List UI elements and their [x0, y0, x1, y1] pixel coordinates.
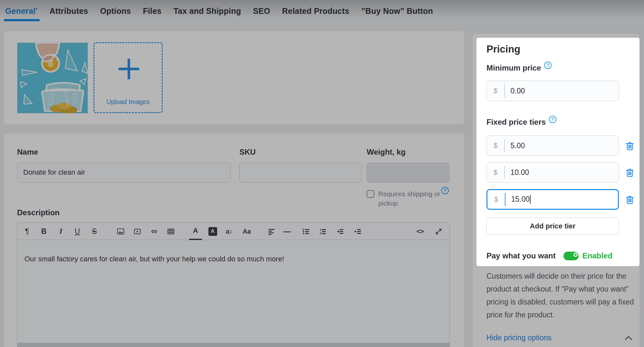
- product-images-card: 5 Upload Images: [4, 31, 464, 124]
- horizontal-rule-button[interactable]: —: [281, 223, 293, 240]
- strikethrough-button[interactable]: S: [88, 223, 101, 240]
- typeface-button[interactable]: Aa: [240, 223, 253, 240]
- sku-input[interactable]: [239, 163, 362, 183]
- description-label: Description: [17, 208, 60, 217]
- fixed-tiers-row: Fixed price tiers ?: [486, 118, 556, 127]
- delete-tier-1-button[interactable]: [625, 141, 635, 151]
- toggle-knob-icon: [573, 253, 578, 257]
- tab-buy-now-button[interactable]: ”Buy Now” Button: [361, 6, 433, 16]
- tier-2-value: 10.00: [505, 168, 529, 177]
- insert-table-button[interactable]: [164, 223, 177, 240]
- fixed-tiers-help-icon[interactable]: ?: [549, 116, 556, 123]
- align-button[interactable]: [265, 223, 278, 240]
- tab-attributes[interactable]: Attributes: [50, 6, 88, 16]
- insert-image-button[interactable]: [114, 223, 127, 240]
- tab-related-products[interactable]: Related Products: [282, 6, 350, 16]
- price-tier-input-3[interactable]: $ 15.00: [486, 189, 619, 210]
- currency-symbol: $: [487, 87, 504, 95]
- price-tier-input-2[interactable]: $ 10.00: [486, 162, 619, 183]
- currency-symbol: $: [487, 195, 505, 204]
- fullscreen-button[interactable]: [432, 223, 445, 240]
- font-size-glyph: a: [226, 228, 229, 235]
- editor-bottom-bar: [17, 343, 449, 347]
- donation-jar-image: 5: [17, 43, 88, 113]
- fixed-tiers-label: Fixed price tiers: [486, 118, 546, 127]
- name-input[interactable]: Donate for clean air: [17, 163, 231, 183]
- updown-arrow-glyph: ↕: [229, 228, 232, 235]
- tier-3-value: 15.00: [505, 195, 531, 204]
- paragraph-style-button[interactable]: ¶: [21, 223, 34, 240]
- text-cursor: [530, 195, 531, 204]
- add-price-tier-button[interactable]: Add price tier: [486, 217, 619, 235]
- weight-label: Weight, kg: [367, 148, 406, 157]
- insert-video-button[interactable]: [131, 223, 144, 240]
- plus-icon: [119, 59, 139, 79]
- pay-what-you-want-description: Customers will decide on their price for…: [486, 270, 637, 321]
- tab-seo[interactable]: SEO: [253, 6, 270, 16]
- svg-text:1: 1: [320, 228, 321, 231]
- product-details-card: Name SKU Weight, kg Donate for clean air…: [4, 133, 464, 347]
- unsaved-marker: *: [36, 6, 38, 12]
- pricing-panel: Pricing Minimum price ? $ 0.00 Fixed pri…: [473, 34, 639, 347]
- tab-files[interactable]: Files: [143, 6, 161, 16]
- highlight-glyph: A: [208, 227, 217, 236]
- highlight-color-button[interactable]: A: [206, 223, 219, 240]
- weight-input[interactable]: [367, 163, 449, 183]
- minimum-price-help-icon[interactable]: ?: [544, 62, 552, 69]
- bold-button[interactable]: B: [37, 223, 50, 240]
- toggle-status: Enabled: [582, 251, 612, 260]
- source-code-button[interactable]: <>: [414, 223, 427, 240]
- delete-tier-3-button[interactable]: [625, 195, 635, 205]
- minimum-price-row: Minimum price ?: [486, 63, 552, 72]
- name-label: Name: [17, 148, 38, 157]
- tier-3-text: 15.00: [511, 195, 530, 203]
- minimum-price-label: Minimum price: [486, 63, 541, 72]
- text-color-button[interactable]: A: [189, 223, 202, 240]
- currency-symbol: $: [487, 168, 504, 177]
- pay-what-you-want-toggle[interactable]: [563, 252, 579, 260]
- upload-images-dropzone[interactable]: Upload Images: [93, 42, 163, 113]
- hide-pricing-options-link[interactable]: Hide pricing options: [486, 333, 552, 342]
- product-tabs-nav: General* Attributes Options Files Tax an…: [5, 6, 433, 16]
- delete-tier-2-button[interactable]: [625, 168, 635, 178]
- sku-label: SKU: [239, 148, 256, 157]
- pay-what-you-want-row: Pay what you want Enabled: [486, 251, 612, 260]
- price-tier-input-1[interactable]: $ 5.00: [486, 135, 619, 156]
- shipping-help-icon[interactable]: ?: [441, 187, 449, 194]
- font-size-button[interactable]: a↕: [223, 223, 235, 240]
- tier-1-value: 5.00: [505, 141, 525, 150]
- pricing-title: Pricing: [486, 43, 520, 55]
- product-editor-screen: General* Attributes Options Files Tax an…: [0, 0, 644, 347]
- insert-link-button[interactable]: [148, 223, 160, 240]
- italic-button[interactable]: I: [54, 223, 67, 240]
- pay-what-you-want-label: Pay what you want: [486, 251, 556, 260]
- editor-toolbar: ¶ B I U S A A a↕ A: [17, 223, 449, 240]
- requires-shipping-checkbox[interactable]: [367, 190, 374, 198]
- tab-general-label: General: [5, 6, 36, 15]
- chevron-up-icon[interactable]: [623, 333, 634, 343]
- indent-button[interactable]: [351, 223, 364, 240]
- minimum-price-input[interactable]: $ 0.00: [486, 81, 619, 101]
- numbered-list-button[interactable]: 12: [316, 223, 329, 240]
- upload-images-label: Upload Images: [94, 98, 162, 106]
- minimum-price-value: 0.00: [505, 87, 525, 95]
- bullet-list-button[interactable]: [299, 223, 312, 240]
- currency-symbol: $: [487, 141, 504, 150]
- outdent-button[interactable]: [333, 223, 346, 240]
- tab-options[interactable]: Options: [100, 6, 131, 16]
- description-text[interactable]: Our small factory cares for clean air, b…: [24, 255, 284, 263]
- tab-tax-shipping[interactable]: Tax and Shipping: [173, 6, 241, 16]
- requires-shipping-label: Requires shipping or pickup: [378, 189, 447, 208]
- tab-general[interactable]: General*: [5, 6, 38, 16]
- product-image-thumbnail[interactable]: 5: [17, 43, 88, 113]
- svg-text:2: 2: [320, 231, 321, 235]
- description-editor: ¶ B I U S A A a↕ A: [17, 222, 450, 347]
- underline-button[interactable]: U: [71, 223, 84, 240]
